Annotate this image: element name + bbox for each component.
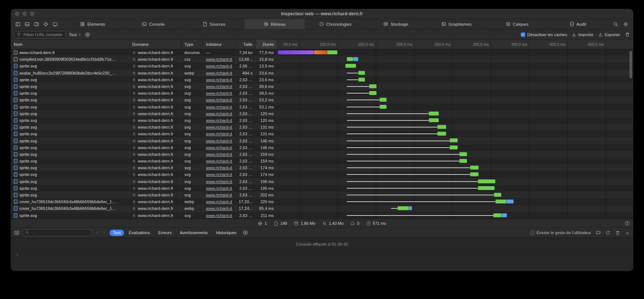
console-tab-avertissements[interactable]: Avertissements <box>177 230 211 236</box>
table-row[interactable]: sprite.svgwww.richard-dern.frsvgwww.rich… <box>11 212 633 219</box>
initiator-link[interactable]: www.richard-d… <box>206 71 232 75</box>
initiator-link[interactable]: www.richard-d… <box>206 118 232 123</box>
table-row[interactable]: cover_hu736519dc3b5040cfa48b6b559b6de6ec… <box>11 205 633 212</box>
console-filter-button[interactable] <box>243 230 248 235</box>
table-row[interactable]: sprite.svgwww.richard-dern.frsvgwww.rich… <box>11 164 633 171</box>
console-search-input[interactable] <box>22 229 92 236</box>
table-row[interactable]: sprite.svgwww.richard-dern.frsvgwww.rich… <box>11 104 633 110</box>
table-row[interactable]: sprite.svgwww.richard-dern.frsvgwww.rich… <box>11 144 633 151</box>
console-tab-erreurs[interactable]: Erreurs <box>155 230 175 236</box>
previous-result-button[interactable] <box>95 230 99 235</box>
console-scope-button[interactable] <box>14 230 19 235</box>
table-row[interactable]: sprite.svgwww.richard-dern.frsvgwww.rich… <box>11 63 633 69</box>
initiator-link[interactable]: www.richard-d… <box>206 57 232 62</box>
table-row[interactable]: sprite.svgwww.richard-dern.frsvgwww.rich… <box>11 90 633 97</box>
clear-network-button[interactable] <box>625 32 630 37</box>
initiator-link[interactable]: www.richard-d… <box>206 186 232 191</box>
tab-console[interactable]: Console <box>123 19 184 29</box>
initiator-link[interactable]: www.richard-d… <box>206 111 232 116</box>
column-header-initiator[interactable]: Initiateur <box>203 40 236 49</box>
tab-chronologies[interactable]: Chronologies <box>305 19 365 29</box>
initiator-link[interactable]: www.richard-d… <box>206 91 232 95</box>
tab-audit[interactable]: Audit <box>547 19 608 29</box>
emulate-gesture-checkbox[interactable]: Émuler le geste de l'utilisateur <box>530 230 591 235</box>
table-row[interactable]: sprite.svgwww.richard-dern.frsvgwww.rich… <box>11 158 633 164</box>
dock-bottom-button[interactable] <box>25 22 30 27</box>
column-header-type[interactable]: Type <box>181 40 203 49</box>
tab-stockage[interactable]: Stockage <box>365 19 426 29</box>
initiator-link[interactable]: www.richard-d… <box>206 125 232 129</box>
console-search-text[interactable] <box>35 230 89 235</box>
element-picker-button[interactable] <box>43 22 48 27</box>
export-button[interactable]: Exporter <box>598 32 620 37</box>
resource-scope-select[interactable]: Tout <box>69 32 82 37</box>
tab-calques[interactable]: Calques <box>486 19 547 29</box>
initiator-link[interactable]: www.richard-d… <box>206 132 232 136</box>
disable-caches-checkbox[interactable]: ✓ Désactiver les caches <box>521 32 567 37</box>
search-button[interactable] <box>613 22 618 27</box>
table-row[interactable]: sprite.svgwww.richard-dern.frsvgwww.rich… <box>11 124 633 130</box>
expand-console-button[interactable] <box>625 230 630 235</box>
table-row[interactable]: sprite.svgwww.richard-dern.frsvgwww.rich… <box>11 83 633 90</box>
initiator-link[interactable]: www.richard-d… <box>206 213 232 218</box>
initiator-link[interactable]: www.richard-d… <box>206 172 232 177</box>
zoom-button[interactable] <box>30 12 34 16</box>
tab-elements[interactable]: Éléments <box>62 19 123 29</box>
next-result-button[interactable] <box>102 230 107 235</box>
table-row[interactable]: sprite.svgwww.richard-dern.frsvgwww.rich… <box>11 178 633 185</box>
table-row[interactable]: sprite.svgwww.richard-dern.frsvgwww.rich… <box>11 76 633 83</box>
tab-sources[interactable]: Sources <box>184 19 244 29</box>
table-row[interactable]: compiled.min.38390909f303624ed9e1cf1bd3f… <box>11 56 633 63</box>
table-row[interactable]: sprite.svgwww.richard-dern.frsvgwww.rich… <box>11 130 633 137</box>
clear-console-button[interactable] <box>615 230 620 235</box>
initiator-link[interactable]: www.richard-d… <box>206 166 232 170</box>
initiator-link[interactable]: www.richard-d… <box>206 84 232 89</box>
initiator-link[interactable]: www.richard-d… <box>206 199 232 204</box>
reload-console-button[interactable] <box>606 230 610 235</box>
console-tab-tout[interactable]: Tout <box>110 230 124 236</box>
table-row[interactable]: sprite.svgwww.richard-dern.frsvgwww.rich… <box>11 151 633 158</box>
initiator-link[interactable]: www.richard-d… <box>206 159 232 163</box>
initiator-link[interactable]: www.richard-d… <box>206 98 232 102</box>
table-row[interactable]: sprite.svgwww.richard-dern.frsvgwww.rich… <box>11 117 633 124</box>
initiator-link[interactable]: www.richard-d… <box>206 105 232 109</box>
initiator-link[interactable]: www.richard-d… <box>206 193 232 197</box>
url-filter-text[interactable] <box>23 32 63 37</box>
table-row[interactable]: sprite.svgwww.richard-dern.frsvgwww.rich… <box>11 185 633 192</box>
device-preview-button[interactable] <box>53 22 58 27</box>
table-row[interactable]: cover_hu736519dc3b5040cfa48b6b559b6de6ec… <box>11 198 633 205</box>
console-tab-evaluations[interactable]: Évaluations <box>126 230 153 236</box>
initiator-link[interactable]: www.richard-d… <box>206 145 232 150</box>
table-row[interactable]: sprite.svgwww.richard-dern.frsvgwww.rich… <box>11 192 633 198</box>
table-row[interactable]: www.richard-dern.frwww.richard-dern.frdo… <box>11 49 633 56</box>
dock-left-button[interactable] <box>15 22 20 27</box>
console-messages-button[interactable] <box>596 230 601 235</box>
dock-right-button[interactable] <box>34 22 39 27</box>
column-header-domain[interactable]: Domaine <box>129 40 181 49</box>
initiator-link[interactable]: www.richard-d… <box>206 64 232 68</box>
table-row[interactable]: sprite.svgwww.richard-dern.frsvgwww.rich… <box>11 137 633 144</box>
column-header-duration[interactable]: Durée <box>256 40 277 49</box>
initiator-link[interactable]: www.richard-d… <box>206 139 232 143</box>
close-button[interactable] <box>15 12 19 16</box>
vertical-scrollbar[interactable] <box>629 51 632 78</box>
tab-graphismes[interactable]: Graphismes <box>426 19 487 29</box>
column-header-name[interactable]: Nom <box>11 40 129 49</box>
table-row[interactable]: sprite.svgwww.richard-dern.frsvgwww.rich… <box>11 171 633 178</box>
settings-button[interactable] <box>623 22 628 27</box>
table-row[interactable]: avatar_hu85ecc3e298728880b0bde2dcc4e5c23… <box>11 70 633 76</box>
table-row[interactable]: sprite.svgwww.richard-dern.frsvgwww.rich… <box>11 110 633 117</box>
table-row[interactable]: sprite.svgwww.richard-dern.frsvgwww.rich… <box>11 97 633 103</box>
help-button[interactable] <box>625 221 630 226</box>
minimize-button[interactable] <box>22 12 27 16</box>
tab-reseau[interactable]: Réseau <box>244 19 305 29</box>
initiator-link[interactable]: www.richard-d… <box>206 179 232 184</box>
resource-filter-button[interactable] <box>85 32 90 37</box>
initiator-link[interactable]: www.richard-d… <box>206 206 232 211</box>
initiator-link[interactable]: www.richard-d… <box>206 78 232 82</box>
column-header-size[interactable]: Taille <box>236 40 256 49</box>
initiator-link[interactable]: www.richard-d… <box>206 152 232 157</box>
import-button[interactable]: Importer <box>572 32 593 37</box>
url-filter-input[interactable] <box>14 31 66 38</box>
console-tab-historiques[interactable]: Historiques <box>213 230 240 236</box>
